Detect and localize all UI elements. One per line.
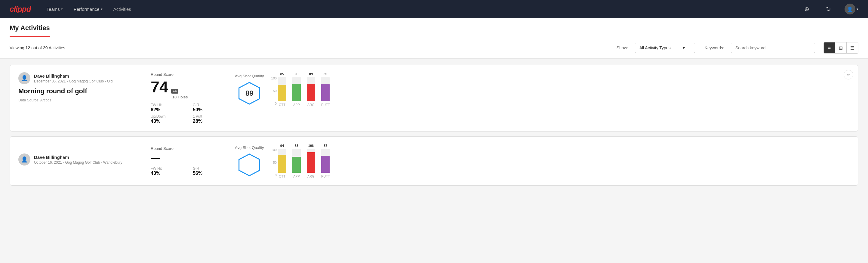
card-quality-0: Avg Shot Quality 89 100 50 0 [229, 72, 850, 107]
user-avatar-icon-1: 👤 [21, 156, 28, 163]
card-stats-1: Round Score — FW Hit 43% GIR 56% [145, 146, 229, 176]
hexagon-container-1 [235, 153, 264, 177]
stat-fw-hit-label: FW Hit 62% [151, 103, 187, 113]
view-toggle-group: ≡ ⊞ ☰ [824, 42, 858, 54]
round-score-label-1: Round Score [151, 146, 229, 151]
grid-icon: ⊞ [839, 45, 843, 51]
round-score-row-0: 74 +4 18 Holes [151, 79, 229, 99]
filter-bar: Viewing 12 out of 29 Activities Show: Al… [0, 37, 868, 59]
logo[interactable]: clippd [10, 4, 31, 14]
user-row-0: 👤 Dave Billingham December 05, 2021 - Go… [18, 72, 145, 84]
add-button[interactable]: ⊕ [801, 4, 812, 14]
user-chevron-icon: ▾ [857, 7, 858, 11]
show-label: Show: [617, 46, 628, 50]
list-compact-view-button[interactable]: ≡ [824, 42, 835, 53]
user-name-0: Dave Billingham [34, 74, 113, 79]
pencil-icon: ✏ [847, 72, 850, 77]
nav-performance[interactable]: Performance ▾ [74, 4, 102, 14]
edit-button-0[interactable]: ✏ [844, 70, 853, 80]
svg-marker-1 [239, 154, 260, 176]
score-holes-0: 18 Holes [172, 95, 188, 99]
quality-label-1: Avg Shot Quality [235, 145, 264, 150]
performance-chevron-icon: ▾ [101, 7, 102, 11]
stat-gir-1: GIR 56% [193, 167, 229, 176]
viewing-count-text: Viewing 12 out of 29 Activities [10, 46, 65, 50]
dropdown-chevron-icon: ▾ [683, 46, 685, 50]
stat-fw-hit-1: FW Hit 43% [151, 167, 187, 176]
list-view-button[interactable]: ☰ [847, 42, 858, 53]
user-menu[interactable]: 👤 ▾ [844, 4, 858, 14]
page-header: My Activities [0, 18, 868, 37]
user-date-1: October 16, 2021 - Gog Magog Golf Club -… [34, 160, 122, 165]
card-quality-1: Avg Shot Quality 100 50 0 [229, 144, 850, 178]
card-stats-0: Round Score 74 +4 18 Holes FW Hit 62% GI… [145, 72, 229, 124]
bar-putt: 89 PUTT [321, 72, 330, 107]
user-date-0: December 05, 2021 - Gog Magog Golf Club … [34, 79, 113, 83]
grid-view-button[interactable]: ⊞ [835, 42, 847, 53]
keywords-label: Keywords: [705, 46, 724, 50]
mini-stats-1: FW Hit 43% GIR 56% [151, 167, 229, 176]
chart-y-labels-1: 100 50 0 [271, 148, 278, 178]
data-source-0: Data Source: Arccos [18, 98, 145, 102]
hexagon-container-0: 89 [235, 81, 264, 105]
nav-teams[interactable]: Teams ▾ [46, 4, 63, 14]
activity-card-1: 👤 Dave Billingham October 16, 2021 - Gog… [10, 136, 858, 186]
bar-chart-0: 100 50 0 85 OTT [271, 72, 850, 107]
score-badge-0: +4 [171, 89, 179, 94]
user-icon: 👤 [847, 6, 853, 12]
activity-title-0: Morning round of golf [18, 87, 145, 95]
avatar-0: 👤 [18, 72, 30, 84]
activity-type-dropdown[interactable]: All Activity Types ▾ [635, 43, 695, 53]
refresh-icon[interactable]: ↻ [823, 4, 834, 14]
list-compact-icon: ≡ [828, 45, 831, 51]
user-row-1: 👤 Dave Billingham October 16, 2021 - Gog… [18, 153, 145, 166]
avatar: 👤 [844, 4, 856, 14]
bar-arg: 89 ARG [307, 72, 315, 107]
user-name-1: Dave Billingham [34, 155, 122, 160]
stat-updown: Up/Down 43% [151, 114, 187, 124]
score-value-1: — [151, 153, 160, 163]
activities-content: 👤 Dave Billingham December 05, 2021 - Go… [0, 59, 868, 197]
list-icon: ☰ [850, 45, 855, 51]
stat-1putt: 1 Putt 28% [193, 114, 229, 124]
activity-card-0: 👤 Dave Billingham December 05, 2021 - Go… [10, 65, 858, 132]
card-left-1: 👤 Dave Billingham October 16, 2021 - Gog… [18, 153, 145, 169]
avatar-1: 👤 [18, 153, 30, 166]
teams-chevron-icon: ▾ [61, 7, 63, 11]
user-avatar-icon: 👤 [21, 75, 28, 82]
quality-label-0: Avg Shot Quality [235, 74, 264, 78]
bar-ott: 85 OTT [278, 72, 286, 107]
search-input[interactable] [731, 43, 815, 53]
bar-arg-1: 106 ARG [307, 144, 315, 178]
hexagon-1 [237, 153, 261, 177]
hexagon-0: 89 [237, 81, 261, 105]
bar-ott-1: 94 OTT [278, 144, 286, 178]
bar-chart-1: 100 50 0 94 OTT 83 [271, 144, 850, 178]
top-navigation: clippd Teams ▾ Performance ▾ Activities … [0, 0, 868, 18]
round-score-label-0: Round Score [151, 72, 229, 77]
hexagon-value-0: 89 [245, 89, 253, 97]
chart-y-labels: 100 50 0 [271, 77, 278, 107]
score-value-0: 74 [151, 79, 168, 95]
bar-putt-1: 87 PUTT [321, 144, 330, 178]
nav-activities[interactable]: Activities [114, 4, 131, 14]
mini-stats-0: FW Hit 62% GIR 50% Up/Down 43% 1 Putt 28… [151, 103, 229, 124]
stat-gir: GIR 50% [193, 103, 229, 113]
card-left-0: 👤 Dave Billingham December 05, 2021 - Go… [18, 72, 145, 102]
bar-app: 90 APP [292, 72, 301, 107]
bar-app-1: 83 APP [292, 144, 301, 178]
round-score-row-1: — [151, 153, 229, 163]
page-title: My Activities [10, 18, 50, 37]
